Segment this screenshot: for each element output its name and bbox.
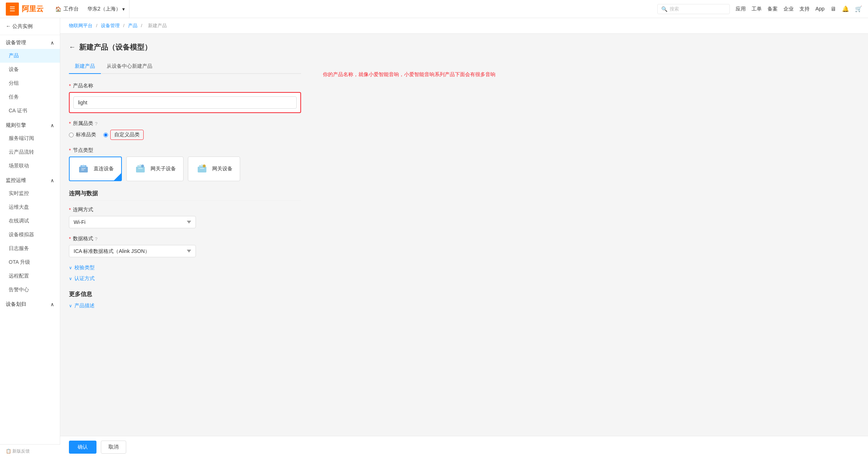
svg-rect-4 (81, 170, 84, 170)
nav-link-app[interactable]: 应用 (736, 6, 746, 12)
sidebar-section-device-assign[interactable]: 设备划归 ∧ (0, 297, 60, 311)
sidebar-item-simulator[interactable]: 设备模拟器 (0, 228, 60, 242)
custom-category-label: 自定义品类 (110, 130, 144, 140)
category-radio-group: 标准品类 自定义品类 (69, 130, 301, 140)
nav-link-beian[interactable]: 备案 (768, 6, 778, 12)
sidebar-section-device-mgmt[interactable]: 设备管理 ∧ (0, 35, 60, 49)
chevron-down-icon-method: ∨ (69, 276, 72, 281)
node-type-group: * 节点类型 (69, 147, 301, 181)
data-format-select[interactable]: ICA 标准数据格式（Alink JSON） 透传/自定义 (69, 245, 196, 257)
nav-link-ticket[interactable]: 工单 (752, 6, 762, 12)
tab-bar: 新建产品 从设备中心新建产品 (69, 59, 301, 74)
network-label: * 连网方式 (69, 207, 301, 213)
data-format-select-wrapper: ICA 标准数据格式（Alink JSON） 透传/自定义 (69, 245, 301, 257)
product-name-input[interactable] (73, 96, 297, 109)
monitor-icon[interactable]: 🖥 (830, 6, 836, 12)
data-format-info-icon[interactable]: ? (95, 236, 97, 242)
sidebar-item-ota[interactable]: OTA 升级 (0, 255, 60, 269)
sidebar-item-ca[interactable]: CA 证书 (0, 104, 60, 118)
search-box[interactable]: 🔍 搜索 (657, 4, 730, 14)
region-selector[interactable]: 华东2（上海） ▾ (83, 0, 129, 18)
nav-links: 应用 工单 备案 企业 支持 App (736, 6, 824, 12)
form-panel: ← 新建产品（设备模型） 新建产品 从设备中心新建产品 * 产品名称 (69, 42, 301, 313)
product-name-label: * 产品名称 (69, 83, 301, 89)
sidebar-item-scene[interactable]: 场景联动 (0, 159, 60, 173)
data-format-label: * 数据格式 ? (69, 236, 301, 242)
product-desc-section: ∨ 产品描述 (69, 303, 301, 309)
product-name-wrapper (69, 92, 301, 113)
svg-point-13 (203, 165, 206, 167)
chevron-up-icon-3: ∧ (50, 178, 54, 183)
tab-from-center[interactable]: 从设备中心新建产品 (101, 59, 158, 74)
chevron-up-icon-2: ∧ (50, 122, 54, 128)
connectivity-section-title: 连网与数据 (69, 190, 301, 201)
cancel-button[interactable]: 取消 (101, 441, 126, 454)
radio-standard[interactable]: 标准品类 (69, 132, 96, 138)
tab-new-product[interactable]: 新建产品 (69, 59, 101, 74)
sidebar-section-rules[interactable]: 规则引擎 ∧ (0, 118, 60, 132)
network-select-wrapper: Wi-Fi 以太网 2G/3G/4G/5G LoRaWAN 其他 (69, 216, 301, 228)
sidebar-item-debug[interactable]: 在线调试 (0, 214, 60, 228)
product-desc-collapse[interactable]: ∨ 产品描述 (69, 303, 301, 309)
gateway-sub-icon (134, 162, 147, 175)
nav-link-support[interactable]: 支持 (799, 6, 810, 12)
top-navigation: ☰ 阿里云 🏠 工作台 华东2（上海） ▾ 🔍 搜索 应用 工单 备案 企业 支… (0, 0, 868, 18)
category-info-icon[interactable]: ? (95, 121, 97, 126)
breadcrumb: 物联网平台 / 设备管理 / 产品 / 新建产品 (60, 18, 868, 34)
cart-icon[interactable]: 🛒 (855, 5, 862, 12)
network-select[interactable]: Wi-Fi 以太网 2G/3G/4G/5G LoRaWAN 其他 (69, 216, 196, 228)
main-content: 物联网平台 / 设备管理 / 产品 / 新建产品 ← 新建产品（设备模型） 新建… (60, 18, 868, 458)
workbench-nav[interactable]: 🏠 工作台 (51, 0, 83, 18)
page-title-area: ← 新建产品（设备模型） (69, 42, 301, 52)
svg-rect-14 (200, 168, 204, 169)
content-area: ← 新建产品（设备模型） 新建产品 从设备中心新建产品 * 产品名称 (60, 34, 868, 322)
svg-point-8 (141, 165, 144, 167)
sidebar-item-alert[interactable]: 告警中心 (0, 283, 60, 297)
node-card-gateway-sub[interactable]: 网关子设备 (126, 157, 184, 181)
sidebar-item-group[interactable]: 分组 (0, 76, 60, 90)
menu-icon[interactable]: ☰ (6, 3, 19, 16)
sidebar-section-monitor[interactable]: 监控运维 ∧ (0, 173, 60, 187)
network-method-group: * 连网方式 Wi-Fi 以太网 2G/3G/4G/5G LoRaWAN 其他 (69, 207, 301, 228)
svg-rect-5 (136, 167, 145, 172)
breadcrumb-device-mgmt[interactable]: 设备管理 (101, 23, 120, 28)
sidebar-item-product[interactable]: 产品 (0, 49, 60, 63)
breadcrumb-product[interactable]: 产品 (128, 23, 137, 28)
sidebar-item-service-sub[interactable]: 服务端订阅 (0, 132, 60, 145)
breadcrumb-new-product: 新建产品 (148, 23, 167, 28)
confirm-button[interactable]: 确认 (69, 441, 96, 454)
node-card-gateway[interactable]: 网关设备 (188, 157, 240, 181)
svg-rect-3 (81, 168, 86, 169)
main-layout: ← 公共实例 设备管理 ∧ 产品 设备 分组 任务 CA 证书 规则引擎 ∧ 服… (0, 18, 868, 458)
product-name-group: * 产品名称 (69, 83, 301, 113)
page-back-arrow[interactable]: ← (69, 43, 75, 51)
bell-icon[interactable]: 🔔 (842, 5, 849, 12)
auth-type-collapse[interactable]: ∨ 校验类型 (69, 265, 301, 271)
category-group: * 所属品类 ? 标准品类 自定义品类 (69, 120, 301, 140)
direct-device-icon (77, 162, 90, 175)
svg-rect-10 (198, 167, 206, 172)
radio-standard-input[interactable] (69, 133, 74, 137)
bottom-actions: 确认 取消 (60, 436, 868, 458)
radio-custom[interactable]: 自定义品类 (103, 130, 144, 140)
sidebar-item-cloud-flow[interactable]: 云产品流转 (0, 145, 60, 159)
sidebar-item-task[interactable]: 任务 (0, 90, 60, 104)
footer-feedback[interactable]: 📋 新版反馈 (0, 444, 60, 458)
nav-link-app2[interactable]: App (815, 6, 824, 12)
logo-area: ☰ 阿里云 (6, 3, 44, 16)
auth-method-section: ∨ 认证方式 (69, 275, 301, 282)
auth-method-collapse[interactable]: ∨ 认证方式 (69, 275, 301, 282)
hint-text: 你的产品名称，就像小爱智能音响，小爱智能音响系列产品下面会有很多音响 (323, 42, 495, 313)
breadcrumb-iot[interactable]: 物联网平台 (69, 23, 92, 28)
sidebar-item-remote-config[interactable]: 远程配置 (0, 269, 60, 283)
sidebar-item-device[interactable]: 设备 (0, 63, 60, 76)
radio-custom-input[interactable] (103, 133, 108, 137)
sidebar-item-realtime[interactable]: 实时监控 (0, 187, 60, 200)
sidebar-back-btn[interactable]: ← 公共实例 (0, 18, 60, 35)
node-card-direct[interactable]: 直连设备 (69, 157, 122, 181)
data-format-group: * 数据格式 ? ICA 标准数据格式（Alink JSON） 透传/自定义 (69, 236, 301, 257)
more-info-title: 更多信息 (69, 291, 301, 298)
sidebar-item-ops-board[interactable]: 运维大盘 (0, 200, 60, 214)
nav-link-enterprise[interactable]: 企业 (783, 6, 794, 12)
sidebar-item-log[interactable]: 日志服务 (0, 242, 60, 255)
